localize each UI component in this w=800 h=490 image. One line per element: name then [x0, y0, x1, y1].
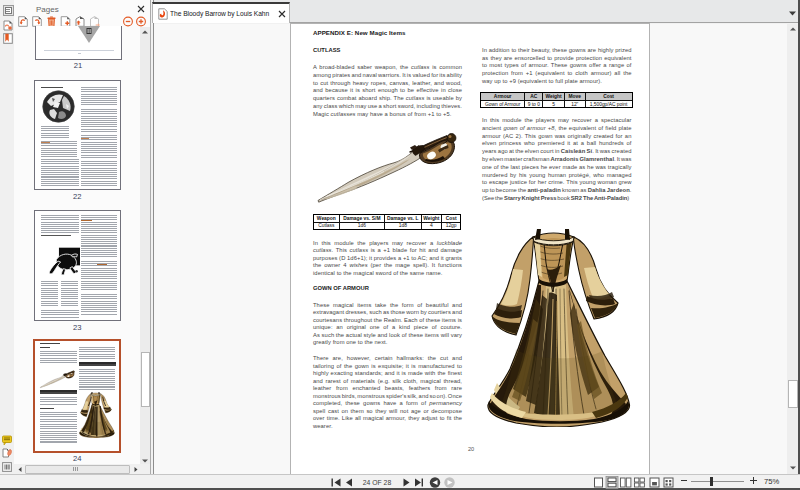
svg-text:24 OF 28: 24 OF 28 [363, 479, 392, 486]
